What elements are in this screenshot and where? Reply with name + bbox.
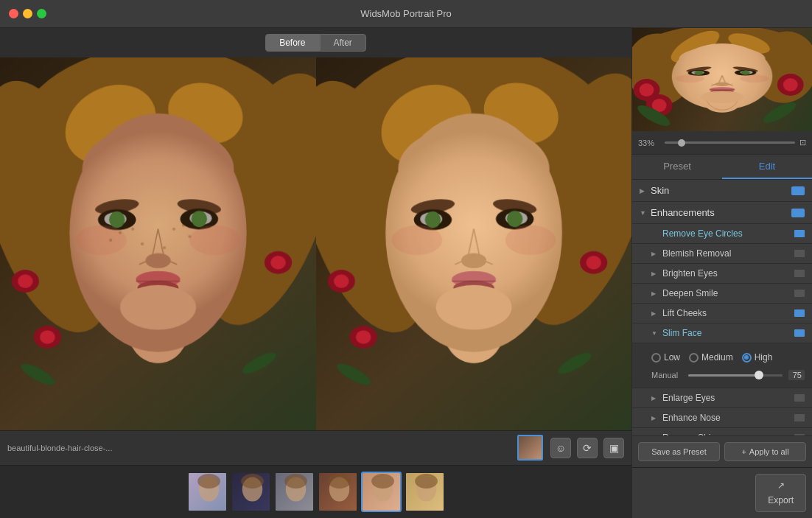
skin-chevron-icon: ▶ — [640, 187, 647, 195]
face-detect-button[interactable]: ☺ — [550, 438, 571, 458]
skin-toggle[interactable] — [791, 186, 805, 195]
app-title: WidsMob Portrait Pro — [360, 8, 452, 19]
before-image — [0, 57, 316, 430]
before-after-bar: Before After — [0, 28, 631, 57]
remove-eye-circles-row[interactable]: Remove Eye Circles — [632, 224, 812, 244]
radio-medium-circle[interactable] — [689, 353, 699, 363]
enlarge-eyes-label: Enlarge Eyes — [662, 393, 794, 403]
enhance-nose-chevron-icon: ▶ — [651, 415, 659, 421]
radio-low[interactable]: Low — [651, 352, 680, 363]
manual-value: 75 — [788, 370, 805, 380]
bottom-bar: beautiful-blonde-hair-close-... ☺ ⟳ ▣ — [0, 430, 631, 465]
remove-shine-row[interactable]: ▶ Remove Shine — [632, 428, 812, 435]
thumb-item-1[interactable] — [187, 472, 228, 512]
settings-panel: ▶ Skin ▼ Enhancements Remove Eye Circles… — [632, 180, 812, 435]
tab-bar: Preset Edit — [632, 155, 812, 180]
bottom-buttons: Save as Preset + Apply to all — [632, 435, 812, 467]
export-label: Export — [768, 495, 794, 505]
radio-low-label: Low — [664, 352, 680, 363]
slim-face-toggle[interactable] — [794, 329, 805, 337]
face-tools: ☺ ⟳ ▣ — [550, 438, 624, 458]
skin-section[interactable]: ▶ Skin — [632, 180, 812, 202]
lift-cheeks-row[interactable]: ▶ Lift Cheeks — [632, 304, 812, 323]
deepen-smile-label: Deepen Smile — [662, 288, 794, 298]
deepen-smile-chevron-icon: ▶ — [651, 290, 659, 297]
slim-face-label: Slim Face — [662, 328, 794, 338]
deepen-smile-toggle[interactable] — [794, 290, 805, 297]
image-panel: Before After beautiful-blonde-hair-close… — [0, 28, 631, 518]
thumb-item-4[interactable] — [318, 472, 358, 512]
face-compare-button[interactable]: ⟳ — [577, 438, 598, 458]
main-layout: Before After beautiful-blonde-hair-close… — [0, 28, 812, 518]
plus-icon: + — [741, 447, 746, 456]
maximize-button[interactable] — [37, 9, 46, 18]
enhancements-toggle[interactable] — [791, 209, 805, 217]
blemish-removal-chevron-icon: ▶ — [651, 251, 659, 257]
after-image — [316, 57, 632, 430]
current-thumbnail — [517, 435, 543, 461]
slim-face-radio-group: Low Medium High — [640, 352, 805, 363]
brighten-eyes-toggle[interactable] — [794, 270, 805, 277]
radio-medium[interactable]: Medium — [689, 352, 733, 363]
after-button[interactable]: After — [320, 34, 366, 52]
enhancements-label: Enhancements — [651, 207, 791, 218]
blemish-removal-row[interactable]: ▶ Blemish Removal — [632, 244, 812, 264]
slim-face-chevron-icon: ▼ — [651, 330, 659, 337]
zoom-slider[interactable] — [665, 141, 795, 144]
zoom-level: 33% — [638, 139, 660, 147]
zoom-bar: 33% ⊡ — [632, 131, 812, 155]
enhance-nose-label: Enhance Nose — [662, 413, 794, 423]
blemish-removal-label: Blemish Removal — [662, 248, 794, 259]
minimize-button[interactable] — [23, 9, 32, 18]
layout-button[interactable]: ▣ — [603, 438, 624, 458]
thumbnail-strip — [0, 465, 631, 518]
thumb-item-3[interactable] — [274, 472, 315, 512]
radio-medium-label: Medium — [701, 352, 733, 363]
apply-all-label: Apply to all — [749, 447, 789, 456]
before-button[interactable]: Before — [265, 34, 319, 52]
deepen-smile-row[interactable]: ▶ Deepen Smile — [632, 284, 812, 304]
enhance-nose-row[interactable]: ▶ Enhance Nose — [632, 408, 812, 428]
lift-cheeks-toggle[interactable] — [794, 309, 805, 317]
image-compare-area — [0, 57, 631, 430]
brighten-eyes-chevron-icon: ▶ — [651, 270, 659, 277]
remove-eye-circles-toggle[interactable] — [794, 230, 805, 237]
traffic-lights — [9, 9, 46, 18]
manual-slider-row: Manual 75 — [640, 367, 805, 383]
manual-label: Manual — [651, 371, 682, 379]
brighten-eyes-label: Brighten Eyes — [662, 268, 794, 279]
thumb-item-6[interactable] — [405, 472, 445, 512]
export-icon: ↗ — [777, 480, 785, 491]
radio-high-circle[interactable] — [742, 353, 752, 363]
enlarge-eyes-row[interactable]: ▶ Enlarge Eyes — [632, 388, 812, 408]
enhance-nose-toggle[interactable] — [794, 414, 805, 421]
skin-label: Skin — [651, 185, 791, 196]
right-panel: 33% ⊡ Preset Edit ▶ Skin ▼ Enhancements — [631, 28, 812, 518]
radio-low-circle[interactable] — [651, 353, 661, 363]
radio-high[interactable]: High — [742, 352, 773, 363]
slim-face-expanded: Low Medium High Manual — [632, 343, 812, 388]
close-button[interactable] — [9, 9, 18, 18]
enlarge-eyes-toggle[interactable] — [794, 394, 805, 402]
apply-all-button[interactable]: + Apply to all — [724, 442, 806, 461]
preview-area — [632, 28, 812, 131]
blemish-removal-toggle[interactable] — [794, 250, 805, 257]
lift-cheeks-chevron-icon: ▶ — [651, 310, 659, 317]
brighten-eyes-row[interactable]: ▶ Brighten Eyes — [632, 264, 812, 284]
radio-high-label: High — [755, 352, 773, 363]
zoom-fit-icon[interactable]: ⊡ — [799, 138, 806, 147]
export-area: ↗ Export — [632, 467, 812, 518]
enlarge-eyes-chevron-icon: ▶ — [651, 395, 659, 402]
tab-edit[interactable]: Edit — [722, 155, 812, 179]
lift-cheeks-label: Lift Cheeks — [662, 308, 794, 318]
remove-eye-circles-label: Remove Eye Circles — [662, 228, 794, 239]
manual-slider[interactable] — [688, 374, 783, 377]
thumb-item-5[interactable] — [361, 472, 402, 512]
enhancements-section[interactable]: ▼ Enhancements — [632, 202, 812, 224]
enhancements-chevron-icon: ▼ — [640, 209, 647, 217]
tab-preset[interactable]: Preset — [632, 155, 722, 179]
thumb-item-2[interactable] — [231, 472, 271, 512]
slim-face-row[interactable]: ▼ Slim Face — [632, 323, 812, 343]
export-button[interactable]: ↗ Export — [755, 474, 806, 512]
save-preset-button[interactable]: Save as Preset — [638, 442, 720, 461]
